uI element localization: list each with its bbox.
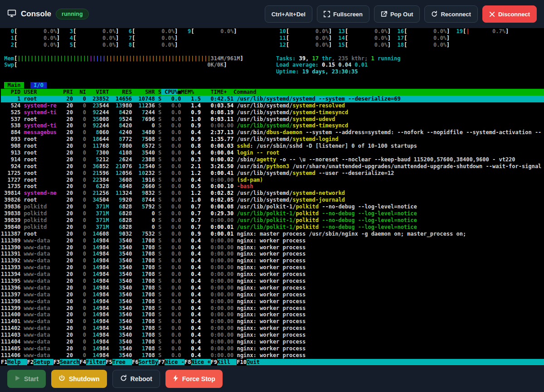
cpu-meter-row: 1[ 0.0%] 4[ 0.0%] 7[ 0.0%] 11[ 0.0%] 14[…	[1, 35, 544, 42]
process-row[interactable]: 111399 www-data 20 0 14984 3540 1708 S 0…	[1, 305, 544, 312]
power-icon	[58, 375, 65, 383]
process-row[interactable]: 893 root 20 0 18644 8772 7508 S 0.0 0.9 …	[1, 136, 544, 143]
process-row[interactable]: 39826 root 20 0 34504 9920 8744 S 0.0 1.…	[1, 197, 544, 203]
process-row[interactable]: 537 root 20 0 35008 9524 7696 S 0.0 1.0 …	[1, 116, 544, 123]
process-row[interactable]: 1 root 20 0 23852 14656 10748 S 0.0 1.5 …	[1, 96, 544, 102]
fkey-label-f6[interactable]: SortBy	[139, 359, 158, 365]
fkey-f8[interactable]: F8	[185, 359, 191, 365]
fkey-label-f9[interactable]: Kill	[217, 359, 237, 365]
fkey-f3[interactable]: F3	[53, 359, 60, 365]
process-row[interactable]: 538 systemd-ti 20 0 92244 8420 0 S 0.0 0…	[1, 122, 544, 129]
process-row[interactable]: 111404 www-data 20 0 14984 3540 1708 S 0…	[1, 339, 544, 345]
process-row[interactable]: 524 systemd-re 20 0 23544 13980 11236 S …	[1, 102, 544, 109]
process-row[interactable]: 111396 www-data 20 0 14984 3540 1708 S 0…	[1, 285, 544, 291]
process-row[interactable]: 111398 www-data 20 0 14984 3540 1708 S 0…	[1, 298, 544, 305]
fullscreen-icon	[324, 11, 330, 17]
process-row[interactable]: 111405 www-data 20 0 14984 3540 1708 S 0…	[1, 345, 544, 352]
status-badge: running	[56, 9, 89, 19]
ctrl-alt-del-button[interactable]: Ctrl+Alt+Del	[265, 5, 312, 23]
reboot-button[interactable]: Reboot	[112, 370, 160, 388]
process-row[interactable]: 1727 root 20 0 22384 3608 1916 S 0.0 0.4…	[1, 177, 544, 184]
process-row[interactable]: 111401 www-data 20 0 14984 3540 1708 S 0…	[1, 318, 544, 325]
process-row[interactable]: 111403 www-data 20 0 14984 3540 1708 S 0…	[1, 332, 544, 339]
monitor-icon	[7, 9, 16, 19]
fkey-f5[interactable]: F5	[106, 359, 112, 365]
process-row[interactable]: 111392 www-data 20 0 14984 3540 1708 S 0…	[1, 257, 544, 264]
process-row[interactable]: 111391 www-data 20 0 14984 3540 1708 S 0…	[1, 251, 544, 257]
console-screen[interactable]: 0[ 0.0%] 3[ 0.0%] 6[ 0.0%] 9[ 0.0%] 10[ …	[0, 28, 544, 366]
force-stop-button[interactable]: Force Stop	[165, 370, 223, 388]
fkey-label-f3[interactable]: Search	[60, 359, 79, 365]
process-row[interactable]: 39836 polkitd 20 0 371M 6828 5792 S 0.0 …	[1, 203, 544, 210]
shutdown-button[interactable]: Shutdown	[51, 370, 107, 388]
power-controls: Start Shutdown Reboot Force Stop	[0, 366, 544, 392]
disconnect-button[interactable]: Disconnect	[482, 5, 537, 23]
process-row[interactable]: 525 systemd-ti 20 0 92244 8420 7244 S 0.…	[1, 109, 544, 116]
tab-main[interactable]: Main	[4, 82, 24, 88]
uptime-row: Uptime: 19 days, 23:30:35	[1, 68, 544, 75]
process-row[interactable]: 913 root 20 0 7300 4108 3540 S 0.0 0.4 0…	[1, 150, 544, 156]
refresh-icon	[431, 11, 437, 17]
process-row[interactable]: 111402 www-data 20 0 14984 3540 1708 S 0…	[1, 325, 544, 332]
process-row[interactable]: 111406 www-data 20 0 14984 3540 1708 S 0…	[1, 352, 544, 359]
fkey-label-f5[interactable]: Tree	[112, 359, 132, 365]
process-row[interactable]: 111400 www-data 20 0 14984 3540 1708 S 0…	[1, 311, 544, 318]
process-row[interactable]: 111397 www-data 20 0 14984 3540 1708 S 0…	[1, 291, 544, 298]
cpu-meter-row: 0[ 0.0%] 3[ 0.0%] 6[ 0.0%] 9[ 0.0%] 10[ …	[1, 28, 544, 35]
process-row[interactable]: 111389 www-data 20 0 14984 3540 1708 S 0…	[1, 237, 544, 244]
tab-io[interactable]: I/O	[30, 82, 47, 88]
process-row[interactable]: 39839 polkitd 20 0 371M 6828 0 S 0.0 0.7…	[1, 217, 544, 224]
screen-tabs: Main I/O	[1, 82, 544, 89]
process-row[interactable]: 1725 root 20 0 21596 12056 10232 S 0.0 1…	[1, 170, 544, 177]
console-header: Console running Ctrl+Alt+Del Fullscreen …	[0, 0, 544, 28]
process-row[interactable]: 111393 www-data 20 0 14984 3540 1708 S 0…	[1, 264, 544, 271]
fkey-f2[interactable]: F2	[27, 359, 34, 365]
reconnect-button[interactable]: Reconnect	[424, 5, 477, 23]
process-row[interactable]: 111390 www-data 20 0 14984 3540 1708 S 0…	[1, 244, 544, 251]
cpu-meter-row: 2[ 0.0%] 5[ 0.0%] 8[ 0.0%] 12[ 0.0%] 15[…	[1, 42, 544, 48]
fkey-label-f4[interactable]: Filter	[86, 359, 106, 365]
mem-meter-row: Mem[||||||||||||||||||||||||||||||||||||…	[1, 55, 544, 62]
fkey-label-f2[interactable]: Setup	[34, 359, 53, 365]
fkey-f6[interactable]: F6	[132, 359, 138, 365]
process-row[interactable]: 1735 root 20 0 6328 4848 2660 S 0.0 0.5 …	[1, 183, 544, 190]
refresh-icon	[120, 375, 127, 383]
process-row[interactable]: 884 messagebus 20 0 8060 4240 3480 S 0.0…	[1, 129, 544, 136]
fkey-f4[interactable]: F4	[79, 359, 86, 365]
fkey-f7[interactable]: F7	[158, 359, 165, 365]
process-row[interactable]: 908 root 20 0 11768 7800 6572 S 0.0 0.8 …	[1, 143, 544, 150]
process-row[interactable]: 111387 root 20 0 14608 9032 7532 S 0.0 0…	[1, 231, 544, 237]
fkey-label-f7[interactable]: Nice -	[165, 359, 184, 365]
process-row[interactable]: 39814 systemd-ne 20 0 21256 11324 9832 S…	[1, 190, 544, 197]
process-row[interactable]: 39838 polkitd 20 0 371M 6828 0 S 0.0 0.7…	[1, 210, 544, 217]
external-link-icon	[381, 11, 387, 17]
fkey-f9[interactable]: F9	[211, 359, 217, 365]
fkey-label-f10[interactable]: Quit	[247, 359, 544, 365]
fullscreen-button[interactable]: Fullscreen	[317, 5, 369, 23]
process-row[interactable]: 111395 www-data 20 0 14984 3540 1708 S 0…	[1, 278, 544, 285]
table-header-row: PID USER PRI NI VIRT RES SHR S CPU%■MEM%…	[1, 89, 544, 96]
process-row[interactable]: 914 root 20 0 5212 2624 2388 S 0.0 0.3 0…	[1, 156, 544, 163]
sort-column-cpu[interactable]: CPU%	[161, 89, 178, 95]
popout-button[interactable]: Pop Out	[374, 5, 420, 23]
start-button[interactable]: Start	[7, 370, 46, 388]
swap-meter-row: Swp[ 0K/0K] Load average: 0.15 0.04 0.01	[1, 62, 544, 68]
close-icon	[489, 11, 495, 17]
page-title: Console	[21, 10, 51, 19]
process-row[interactable]: 39840 polkitd 20 0 371M 6828 0 S 0.0 0.7…	[1, 224, 544, 231]
function-key-bar: F1Help F2Setup F3SearchF4FilterF5Tree F6…	[1, 359, 544, 366]
fkey-f1[interactable]: F1	[1, 359, 7, 365]
process-row[interactable]: 111394 www-data 20 0 14984 3540 1708 S 0…	[1, 271, 544, 278]
fkey-label-f1[interactable]: Help	[7, 359, 27, 365]
process-row[interactable]: 924 root 20 0 36852 21076 12540 S 0.0 2.…	[1, 163, 544, 170]
fkey-label-f8[interactable]: Nice +	[191, 359, 210, 365]
fkey-f10[interactable]: F10	[237, 359, 247, 365]
bolt-icon	[173, 375, 179, 383]
play-icon	[15, 375, 20, 382]
